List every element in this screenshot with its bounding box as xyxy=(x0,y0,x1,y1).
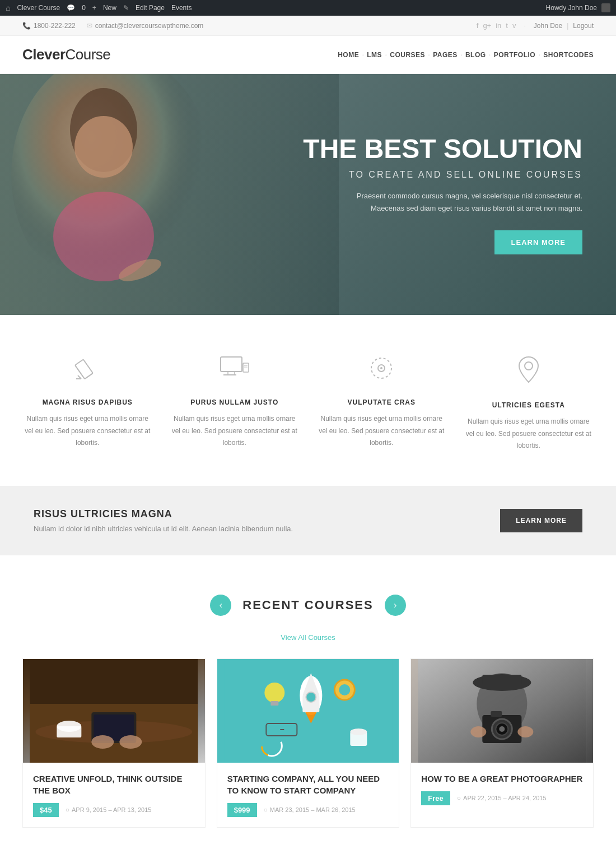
course-2-footer: $999 ○ MAR 23, 2015 – MAR 26, 2015 xyxy=(227,803,389,817)
svg-point-53 xyxy=(471,726,487,737)
admin-site-name[interactable]: Clever Course xyxy=(17,4,60,12)
nav-home[interactable]: HOME xyxy=(338,51,359,59)
courses-prev-button[interactable]: ‹ xyxy=(210,595,231,616)
cta-description: Nullam id dolor id nibh ultricies vehicu… xyxy=(34,525,293,533)
svg-point-26 xyxy=(119,735,142,749)
svg-point-32 xyxy=(306,692,316,702)
course-3-info: HOW TO BE A GREAT PHOTOGRAPHER Free ○ AP… xyxy=(411,763,593,815)
course-2-info: STARTING COMPANY, ALL YOU NEED TO KNOW T… xyxy=(217,763,399,827)
course-card-2: STARTING COMPANY, ALL YOU NEED TO KNOW T… xyxy=(217,658,400,828)
course-1-image xyxy=(23,659,205,763)
course-3-name: HOW TO BE A GREAT PHOTOGRAPHER xyxy=(421,773,583,785)
admin-howdy-link[interactable]: Howdy John Doe xyxy=(546,4,597,12)
course-3-price[interactable]: Free xyxy=(421,791,450,805)
logo-bold: Clever xyxy=(22,46,66,63)
admin-comment-icon: 💬 xyxy=(67,4,75,12)
nav-courses[interactable]: COURSES xyxy=(390,51,425,59)
course-1-name: CREATIVE UNFOLD, THINK OUTSIDE THE BOX xyxy=(33,773,195,796)
tumblr-icon[interactable]: t xyxy=(506,21,508,30)
dial-icon xyxy=(366,354,397,382)
clock-icon-2: ○ xyxy=(264,806,268,814)
courses-header: ‹ RECENT COURSES › xyxy=(22,595,594,616)
view-all-courses: View All Courses xyxy=(22,633,594,642)
feature-3-icon xyxy=(316,354,447,388)
hero-description: Praesent commodo cursus magna, vel scele… xyxy=(303,190,582,215)
hero-section: THE BEST SOLUTION TO CREATE AND SELL ONL… xyxy=(0,74,616,315)
course-card-3: HOW TO BE A GREAT PHOTOGRAPHER Free ○ AP… xyxy=(410,658,594,828)
facebook-icon[interactable]: f xyxy=(477,21,479,30)
feature-1-title: MAGNA RISUS DAPIBUS xyxy=(22,398,153,406)
social-links: f g+ in t v xyxy=(477,21,516,30)
course-1-dates: ○ APR 9, 2015 – APR 13, 2015 xyxy=(66,806,152,814)
feature-4-icon xyxy=(464,354,594,391)
feature-4: ULTRICIES EGESTA Nullam quis risus eget … xyxy=(464,354,594,452)
admin-edit-page-link[interactable]: Edit Page xyxy=(136,4,165,12)
svg-rect-11 xyxy=(243,363,249,372)
course-2-name: STARTING COMPANY, ALL YOU NEED TO KNOW T… xyxy=(227,773,389,796)
course-3-thumbnail xyxy=(411,659,593,763)
feature-1: MAGNA RISUS DAPIBUS Nullam quis risus eg… xyxy=(22,354,153,452)
course-card-1: CREATIVE UNFOLD, THINK OUTSIDE THE BOX $… xyxy=(22,658,206,828)
clock-icon-1: ○ xyxy=(66,806,69,814)
hero-learn-more-button[interactable]: LEARN MORE xyxy=(494,230,582,254)
courses-next-button[interactable]: › xyxy=(385,595,406,616)
admin-site-icon: ⌂ xyxy=(6,3,10,12)
email-item: ✉ contact@clevercoursewptheme.com xyxy=(87,22,204,30)
location-pin-icon xyxy=(515,354,543,385)
hero-figure xyxy=(0,74,339,315)
nav-shortcodes[interactable]: SHORTCODES xyxy=(543,51,594,59)
feature-4-desc: Nullam quis risus eget urna mollis ornar… xyxy=(464,416,594,452)
admin-avatar xyxy=(601,3,610,12)
admin-events-link[interactable]: Events xyxy=(171,4,192,12)
feature-3-desc: Nullam quis risus eget urna mollis ornar… xyxy=(316,413,447,449)
hero-person-svg xyxy=(0,74,258,315)
nav-lms[interactable]: LMS xyxy=(367,51,382,59)
admin-user-area: Howdy John Doe xyxy=(546,3,610,12)
main-nav: HOME • LMS • COURSES • PAGES • BLOG • PO… xyxy=(338,51,594,59)
recent-courses-section: ‹ RECENT COURSES › View All Courses xyxy=(0,555,616,861)
courses-grid: CREATIVE UNFOLD, THINK OUTSIDE THE BOX $… xyxy=(22,658,594,828)
admin-plus-icon: + xyxy=(92,4,96,12)
user-links: John Doe | Logout xyxy=(534,22,594,30)
course-3-dates: ○ APR 22, 2015 – APR 24, 2015 xyxy=(457,794,547,802)
course-2-thumbnail xyxy=(217,659,399,763)
email-icon: ✉ xyxy=(87,22,92,30)
feature-1-desc: Nullam quis risus eget urna mollis ornar… xyxy=(22,413,153,449)
logo-light: Course xyxy=(66,46,111,63)
feature-2-desc: Nullam quis risus eget urna mollis ornar… xyxy=(170,413,300,449)
nav-portfolio[interactable]: PORTFOLIO xyxy=(494,51,536,59)
admin-comment-count[interactable]: 0 xyxy=(82,4,86,12)
view-all-courses-link[interactable]: View All Courses xyxy=(281,633,335,642)
course-1-footer: $45 ○ APR 9, 2015 – APR 13, 2015 xyxy=(33,803,195,817)
feature-4-title: ULTRICIES EGESTA xyxy=(464,401,594,409)
svg-rect-47 xyxy=(483,675,522,685)
svg-rect-36 xyxy=(270,701,278,706)
course-2-price[interactable]: $999 xyxy=(227,803,257,817)
cta-title: RISUS ULTRICIES MAGNA xyxy=(34,508,293,520)
nav-blog[interactable]: BLOG xyxy=(465,51,486,59)
course-1-price[interactable]: $45 xyxy=(33,803,59,817)
cta-learn-more-button[interactable]: LEARN MORE xyxy=(500,509,582,532)
clock-icon-3: ○ xyxy=(457,794,461,802)
nav-pages[interactable]: PAGES xyxy=(433,51,458,59)
features-grid: MAGNA RISUS DAPIBUS Nullam quis risus eg… xyxy=(22,354,594,452)
course-3-footer: Free ○ APR 22, 2015 – APR 24, 2015 xyxy=(421,791,583,805)
monitor-icon xyxy=(218,354,251,382)
vimeo-icon[interactable]: v xyxy=(512,21,516,30)
admin-new-link[interactable]: New xyxy=(103,4,116,12)
phone-icon: 📞 xyxy=(22,22,31,30)
logo[interactable]: CleverCourse xyxy=(22,46,110,63)
header: CleverCourse HOME • LMS • COURSES • PAGE… xyxy=(0,36,616,74)
logout-link[interactable]: Logout xyxy=(573,22,594,30)
linkedin-icon[interactable]: in xyxy=(496,21,501,30)
user-name-link[interactable]: John Doe xyxy=(534,22,562,30)
course-2-dates: ○ MAR 23, 2015 – MAR 26, 2015 xyxy=(264,806,356,814)
feature-2-icon xyxy=(170,354,300,388)
hero-subtitle: TO CREATE AND SELL ONLINE COURSES xyxy=(303,170,582,180)
cta-text: RISUS ULTRICIES MAGNA Nullam id dolor id… xyxy=(34,508,293,533)
admin-bar: ⌂ Clever Course 💬 0 + New ✎ Edit Page Ev… xyxy=(0,0,616,16)
svg-point-51 xyxy=(500,726,505,732)
svg-point-35 xyxy=(264,683,284,703)
googleplus-icon[interactable]: g+ xyxy=(483,21,491,30)
cta-banner: RISUS ULTRICIES MAGNA Nullam id dolor id… xyxy=(0,486,616,555)
